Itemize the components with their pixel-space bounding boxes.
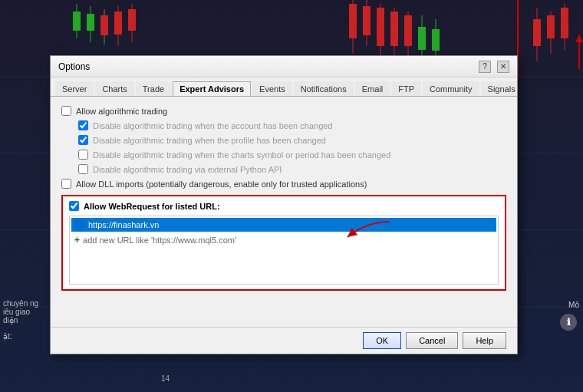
dialog-footer: OK Cancel Help [51, 327, 517, 354]
tab-expert-advisors[interactable]: Expert Advisors [173, 81, 251, 97]
url-section: Allow WebRequest for listed URL: https:/… [61, 195, 506, 291]
left-sidebar: chuyên ng iêu giao diện ật: [0, 0, 50, 392]
url-section-header: Allow WebRequest for listed URL: [69, 201, 499, 211]
svg-rect-15 [100, 15, 108, 35]
tab-email[interactable]: Email [355, 81, 390, 97]
svg-rect-31 [418, 27, 426, 50]
tab-charts[interactable]: Charts [95, 81, 133, 97]
dialog-close-button[interactable]: ✕ [497, 61, 509, 73]
option-disable-account-change: Disable algorithmic trading when the acc… [78, 120, 506, 130]
help-button[interactable]: Help [463, 332, 506, 349]
allow-algo-trading-label: Allow algorithmic trading [76, 107, 167, 116]
svg-rect-9 [561, 8, 568, 38]
tab-server[interactable]: Server [55, 81, 94, 97]
url-text: https://finashark.vn [88, 220, 493, 229]
cancel-button[interactable]: Cancel [406, 332, 458, 349]
allow-webrequest-checkbox[interactable] [69, 201, 79, 211]
dialog-title: Options [58, 61, 90, 72]
url-item[interactable]: https://finashark.vn [71, 218, 496, 232]
dialog-title-buttons: ? ✕ [479, 61, 509, 73]
dialog-title-bar: Options ? ✕ [51, 56, 517, 77]
tabs-container: Server Charts Trade Expert Advisors Even… [51, 77, 517, 97]
disable-python-checkbox[interactable] [78, 164, 88, 174]
svg-rect-23 [363, 6, 371, 35]
dialog-content: Allow algorithmic trading Disable algori… [51, 97, 517, 327]
info-bubble[interactable]: ℹ [560, 314, 577, 331]
disable-symbol-change-label: Disable algorithmic trading when the cha… [93, 150, 390, 160]
options-dialog: Options ? ✕ Server Charts Trade Expert A… [50, 55, 518, 354]
url-list: https://finashark.vn + add new URL like … [69, 216, 499, 285]
disable-profile-change-checkbox[interactable] [78, 135, 88, 145]
svg-rect-25 [377, 8, 384, 46]
dialog-help-button[interactable]: ? [479, 61, 491, 73]
ok-button[interactable]: OK [363, 332, 401, 349]
sidebar-text2: iêu giao diện [3, 308, 47, 324]
add-url-placeholder: add new URL like 'https://www.mql5.com' [83, 236, 236, 245]
add-icon: + [74, 235, 80, 245]
svg-rect-17 [114, 12, 122, 35]
svg-rect-11 [73, 12, 81, 31]
bottom-number: 14 [161, 374, 170, 383]
option-disable-python: Disable algorithmic trading via external… [78, 164, 506, 174]
disable-account-change-label: Disable algorithmic trading when the acc… [93, 121, 332, 130]
option-allow-algo-trading: Allow algorithmic trading [61, 106, 506, 116]
svg-rect-5 [533, 19, 541, 46]
sidebar-text1: chuyên ng [3, 299, 47, 308]
add-url-row[interactable]: + add new URL like 'https://www.mql5.com… [71, 233, 496, 247]
tab-trade[interactable]: Trade [136, 81, 171, 97]
svg-rect-27 [390, 12, 398, 46]
tab-signals[interactable]: Signals [481, 81, 517, 97]
allow-webrequest-label: Allow WebRequest for listed URL: [84, 202, 220, 211]
tab-community[interactable]: Community [423, 81, 479, 97]
disable-profile-change-label: Disable algorithmic trading when the pro… [93, 136, 326, 145]
sidebar-text3: ật: [3, 332, 47, 341]
svg-rect-13 [87, 14, 94, 31]
svg-rect-19 [128, 9, 136, 31]
disable-python-label: Disable algorithmic trading via external… [93, 165, 282, 174]
svg-rect-33 [432, 29, 440, 51]
globe-icon [74, 219, 85, 230]
tab-events[interactable]: Events [252, 81, 292, 97]
disable-symbol-change-checkbox[interactable] [78, 150, 88, 160]
allow-dll-checkbox[interactable] [61, 179, 71, 189]
chart-label: Mô [568, 301, 579, 309]
option-allow-dll: Allow DLL imports (potentially dangerous… [61, 179, 506, 189]
svg-rect-7 [547, 15, 555, 38]
svg-rect-21 [349, 4, 357, 38]
allow-algo-trading-checkbox[interactable] [61, 106, 71, 116]
disable-account-change-checkbox[interactable] [78, 120, 88, 130]
option-disable-profile-change: Disable algorithmic trading when the pro… [78, 135, 506, 145]
allow-dll-label: Allow DLL imports (potentially dangerous… [76, 180, 367, 189]
tab-notifications[interactable]: Notifications [294, 81, 354, 97]
tab-ftp[interactable]: FTP [391, 81, 421, 97]
option-disable-symbol-change: Disable algorithmic trading when the cha… [78, 150, 506, 160]
svg-rect-29 [404, 15, 412, 46]
